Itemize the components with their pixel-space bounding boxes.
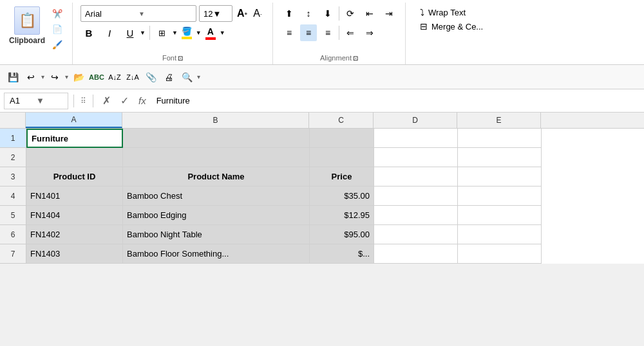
italic-button[interactable]: I [101,24,118,41]
indent-right-button[interactable]: ⇥ [381,5,397,22]
cell-e6[interactable] [458,225,542,244]
attach-button[interactable]: 📎 [143,69,158,85]
cell-a1[interactable]: Furniture [26,129,123,148]
format-painter-button[interactable]: 🖌️ [50,37,64,51]
font-grow-button[interactable]: A+ [235,6,249,21]
underline-arrow[interactable]: ▼ [140,30,146,36]
cell-b6[interactable]: Bamboo Night Table [123,225,310,244]
fill-color-arrow[interactable]: ▼ [196,30,202,36]
borders-arrow[interactable]: ▼ [172,30,178,36]
copy-button[interactable]: 📄 [50,22,64,36]
cell-b4[interactable]: Bamboo Chest [123,187,310,206]
row-header-5[interactable]: 5 [0,206,26,225]
cell-d7[interactable] [374,244,458,264]
cell-e5[interactable] [458,206,542,225]
orient-button[interactable]: ⟳ [342,5,359,22]
open-folder-button[interactable]: 📂 [71,69,86,85]
cell-a2[interactable] [26,148,123,167]
row-header-7[interactable]: 7 [0,244,26,264]
cell-c3[interactable]: Price [310,167,374,187]
redo-arrow[interactable]: ▾ [65,73,68,80]
cell-b5[interactable]: Bamboo Edging [123,206,310,225]
cell-d3[interactable] [374,167,458,187]
col-header-a[interactable]: A [26,113,122,128]
cell-a5[interactable]: FN1404 [26,206,123,225]
borders-button[interactable]: ⊞ [154,24,171,41]
col-header-c[interactable]: C [309,113,374,128]
row-header-3[interactable]: 3 [0,167,26,187]
cell-c1[interactable] [310,129,374,148]
spell-check-button[interactable]: ABC [89,69,104,85]
cell-d4[interactable] [374,187,458,206]
cell-c2[interactable] [310,148,374,167]
row-header-4[interactable]: 4 [0,187,26,206]
cell-b3[interactable]: Product Name [123,167,310,187]
wrap-text-button[interactable]: ⤵ Wrap Text [416,5,487,19]
align-middle-button[interactable]: ↕ [300,5,317,22]
font-size-selector[interactable]: 12 ▼ [199,5,232,22]
confirm-formula-button[interactable]: ✓ [117,93,132,109]
cancel-formula-button[interactable]: ✗ [99,93,114,109]
row-header-2[interactable]: 2 [0,148,26,167]
more-qat-button[interactable]: ▾ [197,73,200,80]
redo-button[interactable]: ↪ [47,69,62,85]
fill-color-button[interactable]: 🪣 [182,26,192,39]
cell-c4[interactable]: $35.00 [310,187,374,206]
align-right-button[interactable]: ≡ [319,24,336,41]
cell-d1[interactable] [374,129,458,148]
cut-button[interactable]: ✂️ [50,6,64,21]
rtl-button[interactable]: ⇐ [342,24,359,41]
cell-d2[interactable] [374,148,458,167]
cell-reference-box[interactable]: A1 ▼ [4,93,68,109]
font-family-selector[interactable]: Arial ▼ [80,5,196,22]
cell-a7[interactable]: FN1403 [26,244,123,264]
font-shrink-button[interactable]: A- [251,6,265,21]
cell-c6[interactable]: $95.00 [310,225,374,244]
ltr-button[interactable]: ⇒ [361,24,378,41]
cell-c7[interactable]: $... [310,244,374,264]
align-left-button[interactable]: ≡ [281,24,298,41]
align-center-button[interactable]: ≡ [300,24,317,41]
align-top-button[interactable]: ⬆ [281,5,298,22]
align-bottom-button[interactable]: ⬇ [319,5,336,22]
row-header-6[interactable]: 6 [0,225,26,244]
cell-e1[interactable] [458,129,542,148]
paste-button[interactable]: 📋 Clipboard [5,5,49,46]
cell-b7[interactable]: Bamboo Floor Something... [123,244,310,264]
col-header-b[interactable]: B [122,113,309,128]
formula-bar: A1 ▼ ⠿ ✗ ✓ fx [0,89,644,113]
table-row: FN1401 Bamboo Chest $35.00 [26,187,644,206]
font-color-arrow[interactable]: ▼ [220,30,225,36]
cell-e3[interactable] [458,167,542,187]
formula-input[interactable] [153,96,640,105]
cell-e4[interactable] [458,187,542,206]
cell-b2[interactable] [123,148,310,167]
sort-az-button[interactable]: A↓Z [107,69,122,85]
cell-e7[interactable] [458,244,542,264]
indent-left-button[interactable]: ⇤ [361,5,378,22]
undo-arrow[interactable]: ▾ [41,73,44,80]
alignment-dialog-icon[interactable]: ⊡ [353,55,358,62]
col-header-e[interactable]: E [457,113,541,128]
font-color-button[interactable]: A [205,26,216,40]
insert-function-button[interactable]: fx [135,95,150,106]
merge-cells-button[interactable]: ⊟ Merge & Ce... [416,19,487,33]
row-header-1[interactable]: 1 [0,129,26,148]
col-header-d[interactable]: D [374,113,457,128]
print-preview-button[interactable]: 🖨 [161,69,176,85]
cell-d6[interactable] [374,225,458,244]
cell-b1[interactable] [123,129,310,148]
sort-za-button[interactable]: Z↓A [125,69,140,85]
cell-a6[interactable]: FN1402 [26,225,123,244]
cell-d5[interactable] [374,206,458,225]
cell-a4[interactable]: FN1401 [26,187,123,206]
underline-button[interactable]: U [122,24,138,41]
save-button[interactable]: 💾 [5,69,21,85]
find-button[interactable]: 🔍 [179,69,194,85]
cell-c5[interactable]: $12.95 [310,206,374,225]
cell-e2[interactable] [458,148,542,167]
cell-a3[interactable]: Product ID [26,167,123,187]
bold-button[interactable]: B [80,24,97,41]
font-dialog-icon[interactable]: ⊡ [178,55,183,62]
undo-button[interactable]: ↩ [23,69,39,85]
